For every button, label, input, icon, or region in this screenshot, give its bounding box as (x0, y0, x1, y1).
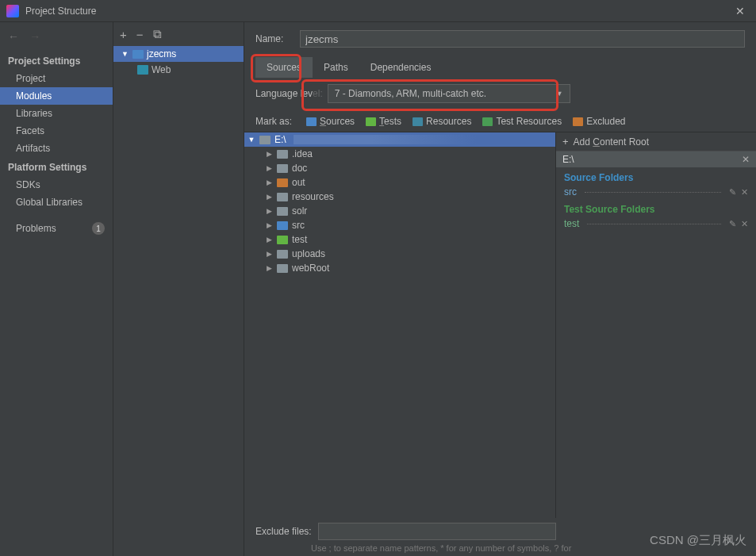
nav-libraries[interactable]: Libraries (0, 105, 113, 122)
nav-global-libraries[interactable]: Global Libraries (0, 194, 113, 211)
test-source-folder-test[interactable]: test ✎ ✕ (556, 217, 756, 231)
content-root-row[interactable]: E:\ ✕ (556, 151, 756, 167)
chevron-right-icon: ▶ (265, 207, 273, 215)
edit-icon[interactable]: ✎ (729, 219, 736, 229)
tree-web-facet[interactable]: Web (113, 62, 244, 78)
titlebar: Project Structure ✕ (0, 0, 756, 22)
chevron-right-icon: ▶ (265, 221, 273, 229)
name-input[interactable] (300, 30, 745, 48)
chevron-down-icon: ▼ (556, 90, 563, 98)
tree-item-label: src (292, 220, 305, 231)
smudge (294, 135, 555, 144)
copy-icon[interactable]: ⧉ (153, 27, 162, 41)
nav-problems[interactable]: Problems 1 (0, 219, 113, 238)
folder-icon (277, 221, 288, 230)
source-roots-tree[interactable]: ▼ E:\ ▶.idea▶doc▶out▶resources▶solr▶src▶… (244, 132, 556, 518)
folder-icon (277, 150, 288, 159)
tree-item-solr[interactable]: ▶solr (244, 204, 555, 218)
exclude-files-input[interactable] (318, 523, 556, 540)
close-icon[interactable]: ✕ (742, 154, 750, 165)
folder-icon (277, 250, 288, 259)
language-level-value: 7 - Diamonds, ARM, multi-catch etc. (335, 88, 486, 99)
tree-item-uploads[interactable]: ▶uploads (244, 247, 555, 261)
close-icon[interactable]: ✕ (741, 219, 748, 229)
tree-item-resources[interactable]: ▶resources (244, 190, 555, 204)
chevron-right-icon: ▶ (265, 236, 273, 243)
close-icon[interactable]: ✕ (741, 187, 748, 197)
problems-badge: 1 (92, 222, 105, 235)
back-icon[interactable]: ← (8, 30, 19, 43)
tree-item-out[interactable]: ▶out (244, 175, 555, 190)
nav-modules[interactable]: Modules (0, 87, 113, 105)
folder-icon (306, 117, 317, 126)
nav-problems-label: Problems (16, 223, 56, 234)
src-label: src (564, 186, 577, 197)
nav-section-platform: Platform Settings (0, 157, 113, 176)
folder-icon (366, 117, 376, 126)
tree-item-doc[interactable]: ▶doc (244, 161, 555, 175)
exclude-hint: Use ; to separate name patterns, * for a… (255, 540, 745, 553)
tree-module-label: jzecms (147, 48, 176, 59)
folder-icon (277, 264, 288, 273)
nav-history: ← → (0, 29, 113, 51)
folder-icon (259, 136, 271, 144)
mark-tests[interactable]: Tests (366, 116, 401, 127)
forward-icon[interactable]: → (29, 30, 40, 43)
tree-item-label: webRoot (292, 263, 329, 274)
add-icon[interactable]: + (120, 28, 127, 41)
folder-icon (573, 117, 583, 126)
left-nav: ← → Project Settings Project Modules Lib… (0, 22, 113, 556)
edit-icon[interactable]: ✎ (729, 187, 736, 197)
name-row: Name: (244, 22, 756, 52)
tree-item-label: uploads (292, 248, 325, 259)
mark-test-resources[interactable]: Test Resources (482, 116, 562, 127)
remove-icon[interactable]: − (136, 28, 144, 41)
tree-item-.idea[interactable]: ▶.idea (244, 147, 555, 161)
tab-paths[interactable]: Paths (313, 57, 359, 78)
nav-facets[interactable]: Facets (0, 122, 113, 140)
tab-dependencies[interactable]: Dependencies (359, 57, 443, 78)
window-title: Project Structure (25, 6, 731, 17)
chevron-down-icon: ▼ (121, 50, 129, 58)
source-folder-src[interactable]: src ✎ ✕ (556, 185, 756, 199)
tree-item-label: solr (292, 205, 307, 217)
module-tabs: Sources Paths Dependencies (255, 57, 745, 78)
tree-web-label: Web (152, 64, 171, 75)
tree-item-label: doc (292, 163, 307, 174)
nav-sdks[interactable]: SDKs (0, 176, 113, 194)
nav-artifacts[interactable]: Artifacts (0, 140, 113, 157)
tab-sources[interactable]: Sources (255, 57, 313, 78)
chevron-right-icon: ▶ (265, 150, 273, 158)
nav-project[interactable]: Project (0, 70, 113, 87)
tree-item-src[interactable]: ▶src (244, 218, 555, 232)
mark-excluded[interactable]: Excluded (573, 116, 625, 127)
web-icon (137, 65, 148, 75)
tree-item-label: out (292, 177, 305, 188)
test-label: test (564, 218, 579, 229)
tree-item-webRoot[interactable]: ▶webRoot (244, 261, 555, 275)
tree-item-test[interactable]: ▶test (244, 232, 555, 247)
folder-icon (277, 207, 288, 216)
add-content-root[interactable]: + Add Content Root (556, 132, 756, 151)
name-label: Name: (255, 33, 294, 44)
language-level-label: Language level: (255, 88, 323, 99)
chevron-right-icon: ▶ (265, 193, 273, 201)
footer: Exclude files: Use ; to separate name pa… (244, 518, 756, 556)
mark-sources[interactable]: Sources (306, 116, 355, 127)
tabs-wrap: Sources Paths Dependencies (244, 52, 756, 78)
mark-resources[interactable]: Resources (413, 116, 471, 127)
tree-module-root[interactable]: ▼ jzecms (113, 46, 244, 62)
plus-icon: + (562, 136, 569, 148)
content-root-path: E:\ (562, 154, 574, 165)
tree-item-label: resources (292, 191, 334, 202)
chevron-down-icon: ▼ (248, 136, 255, 144)
folder-icon (413, 117, 423, 126)
language-level-select[interactable]: 7 - Diamonds, ARM, multi-catch etc. ▼ (328, 84, 570, 103)
tree-root-row[interactable]: ▼ E:\ (244, 132, 555, 147)
close-icon[interactable]: ✕ (731, 5, 750, 17)
tree-root-label: E:\ (274, 134, 286, 145)
mark-as-row: Mark as: Sources Tests Resources Test Re… (244, 109, 756, 132)
module-tree-panel: + − ⧉ ▼ jzecms Web (113, 22, 244, 556)
folder-icon (482, 117, 493, 126)
language-level-row: Language level: 7 - Diamonds, ARM, multi… (244, 78, 756, 109)
